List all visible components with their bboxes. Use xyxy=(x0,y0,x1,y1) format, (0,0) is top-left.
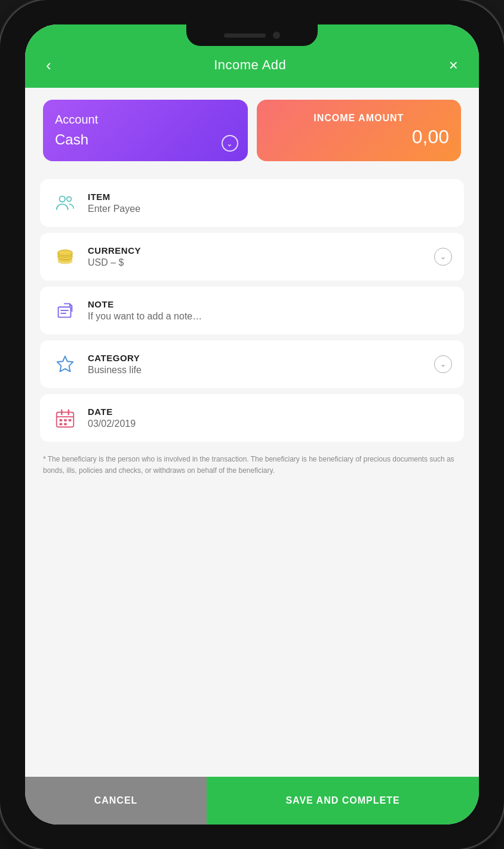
notch-camera xyxy=(273,32,280,39)
date-label: DATE xyxy=(88,407,452,417)
star-icon xyxy=(52,351,78,377)
item-row[interactable]: ITEM Enter Payee xyxy=(40,179,464,227)
category-chevron-icon: ⌄ xyxy=(434,355,452,373)
amount-card-label: INCOME AMOUNT xyxy=(269,113,450,124)
back-button[interactable]: ‹ xyxy=(43,54,54,76)
notch-speaker xyxy=(224,33,266,38)
currency-row[interactable]: CURRENCY USD – $ ⌄ xyxy=(40,233,464,281)
cancel-button[interactable]: CANCEL xyxy=(25,777,207,825)
bottom-bar: CANCEL SAVE AND COMPLETE xyxy=(25,777,479,825)
currency-chevron-icon: ⌄ xyxy=(434,248,452,266)
cards-section: Account Cash ⌄ INCOME AMOUNT 0,00 xyxy=(25,88,479,173)
phone-frame: ‹ Income Add × Account Cash ⌄ INCOME AMO… xyxy=(0,0,504,849)
category-label: CATEGORY xyxy=(88,353,425,363)
amount-card-value: 0,00 xyxy=(269,126,450,148)
calendar-icon xyxy=(52,405,78,431)
note-label: NOTE xyxy=(88,299,452,309)
svg-rect-20 xyxy=(69,419,72,422)
svg-rect-18 xyxy=(60,419,63,422)
item-text: ITEM Enter Payee xyxy=(88,192,452,214)
svg-rect-19 xyxy=(64,419,67,422)
svg-rect-22 xyxy=(64,423,67,426)
phone-screen: ‹ Income Add × Account Cash ⌄ INCOME AMO… xyxy=(25,24,479,825)
notch xyxy=(186,24,318,46)
svg-point-1 xyxy=(67,197,72,202)
form-content: ITEM Enter Payee xyxy=(25,173,479,777)
disclaimer-text: * The beneficiary is the person who is i… xyxy=(40,448,464,482)
close-button[interactable]: × xyxy=(446,54,461,76)
item-value: Enter Payee xyxy=(88,204,452,214)
note-icon xyxy=(52,297,78,324)
currency-label: CURRENCY xyxy=(88,245,425,256)
category-row[interactable]: CATEGORY Business life ⌄ xyxy=(40,340,464,388)
svg-rect-21 xyxy=(60,423,63,426)
item-label: ITEM xyxy=(88,192,452,202)
svg-rect-10 xyxy=(59,307,71,317)
date-value: 03/02/2019 xyxy=(88,419,452,429)
save-button[interactable]: SAVE AND COMPLETE xyxy=(207,777,479,825)
account-card-label: Account xyxy=(55,113,236,127)
people-icon xyxy=(52,190,78,216)
page-title: Income Add xyxy=(214,57,286,73)
category-text: CATEGORY Business life xyxy=(88,353,425,376)
date-row[interactable]: DATE 03/02/2019 xyxy=(40,394,464,442)
date-text: DATE 03/02/2019 xyxy=(88,407,452,429)
amount-card[interactable]: INCOME AMOUNT 0,00 xyxy=(257,100,462,161)
note-value: If you want to add a note… xyxy=(88,311,452,322)
svg-marker-13 xyxy=(57,356,73,372)
category-value: Business life xyxy=(88,365,425,376)
currency-text: CURRENCY USD – $ xyxy=(88,245,425,268)
coins-icon xyxy=(52,244,78,270)
account-card[interactable]: Account Cash ⌄ xyxy=(43,100,248,161)
account-card-value: Cash xyxy=(55,131,236,148)
svg-point-0 xyxy=(60,196,66,202)
note-text: NOTE If you want to add a note… xyxy=(88,299,452,322)
currency-value: USD – $ xyxy=(88,257,425,268)
note-row[interactable]: NOTE If you want to add a note… xyxy=(40,287,464,334)
account-card-chevron-icon: ⌄ xyxy=(222,135,238,152)
